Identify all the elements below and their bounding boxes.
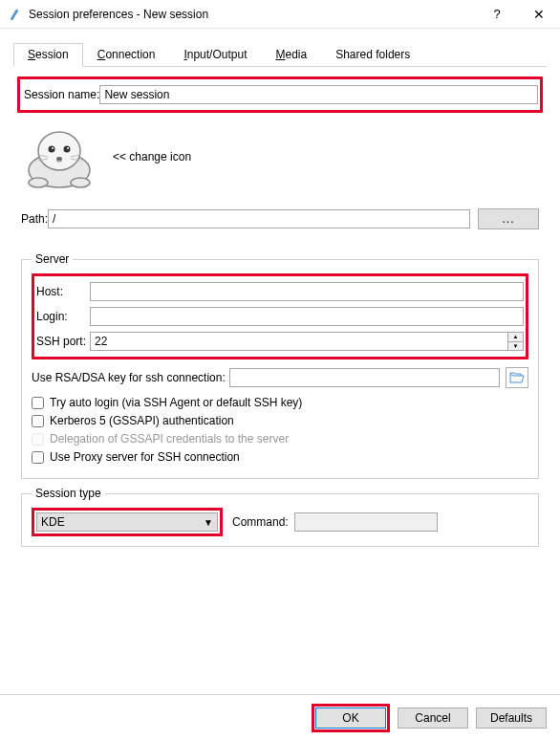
close-button[interactable]: ✕ [518, 0, 560, 28]
session-icon [21, 122, 97, 191]
svg-point-2 [29, 178, 48, 187]
login-input[interactable] [90, 307, 524, 326]
svg-point-4 [49, 146, 55, 153]
rsa-key-input[interactable] [229, 368, 500, 387]
command-label: Command: [232, 515, 289, 529]
svg-point-1 [38, 132, 80, 170]
kerberos-label: Kerberos 5 (GSSAPI) authentication [50, 414, 234, 427]
path-input[interactable] [48, 209, 470, 229]
tab-bar: Session Connection Input/Output Media Sh… [13, 42, 547, 67]
host-label: Host: [36, 285, 90, 298]
rsa-key-label: Use RSA/DSA key for ssh connection: [32, 371, 226, 384]
spin-down-icon[interactable]: ▼ [508, 342, 523, 351]
spin-up-icon[interactable]: ▲ [508, 333, 523, 342]
path-label: Path: [21, 212, 48, 226]
window-title: Session preferences - New session [29, 8, 476, 21]
server-fieldset: Server Host: Login: SSH port: ▲ [21, 252, 539, 479]
host-input[interactable] [90, 282, 524, 301]
folder-open-icon [509, 371, 525, 384]
svg-point-6 [52, 147, 54, 149]
session-type-highlight: KDE ▼ [32, 508, 223, 536]
change-icon-link[interactable]: << change icon [113, 150, 191, 163]
proxy-checkbox[interactable] [32, 451, 44, 464]
title-bar: Session preferences - New session ? ✕ [0, 0, 560, 29]
session-type-select[interactable]: KDE ▼ [36, 512, 218, 532]
delegation-checkbox [32, 433, 44, 446]
server-highlight: Host: Login: SSH port: ▲ ▼ [32, 273, 528, 359]
svg-point-5 [64, 146, 71, 153]
app-icon [8, 7, 23, 22]
ssh-port-input[interactable] [90, 332, 508, 351]
auto-login-checkbox[interactable] [32, 397, 44, 409]
session-type-legend: Session type [32, 487, 105, 500]
delegation-label: Delegation of GSSAPI credentials to the … [50, 432, 289, 446]
tab-shared-folders[interactable]: Shared folders [321, 43, 424, 67]
defaults-button[interactable]: Defaults [476, 707, 547, 729]
ok-highlight: OK [312, 704, 390, 732]
tab-connection[interactable]: Connection [83, 43, 170, 67]
svg-point-7 [67, 147, 69, 149]
tab-media[interactable]: Media [261, 43, 321, 67]
svg-point-3 [71, 178, 90, 187]
tab-session[interactable]: Session [13, 43, 83, 67]
path-browse-button[interactable]: ... [478, 208, 539, 229]
chevron-down-icon: ▼ [204, 517, 213, 528]
server-legend: Server [32, 252, 73, 266]
svg-point-8 [56, 157, 62, 161]
help-button[interactable]: ? [476, 0, 518, 28]
session-name-label: Session name: [24, 88, 99, 101]
cancel-button[interactable]: Cancel [398, 707, 468, 729]
auto-login-label: Try auto login (via SSH Agent or default… [50, 396, 302, 409]
kerberos-checkbox[interactable] [32, 415, 44, 427]
session-name-input[interactable] [99, 85, 538, 104]
rsa-browse-button[interactable] [506, 367, 528, 388]
session-type-value: KDE [41, 515, 65, 529]
ok-button[interactable]: OK [315, 707, 386, 729]
ssh-port-spinner[interactable]: ▲ ▼ [508, 332, 524, 351]
proxy-label: Use Proxy server for SSH connection [50, 450, 240, 464]
session-name-highlight: Session name: [17, 76, 543, 113]
session-type-fieldset: Session type KDE ▼ Command: [21, 487, 539, 547]
ssh-port-label: SSH port: [36, 335, 90, 348]
dialog-footer: OK Cancel Defaults [0, 694, 560, 740]
command-input [294, 512, 438, 532]
login-label: Login: [36, 310, 90, 323]
tab-input-output[interactable]: Input/Output [169, 43, 261, 67]
